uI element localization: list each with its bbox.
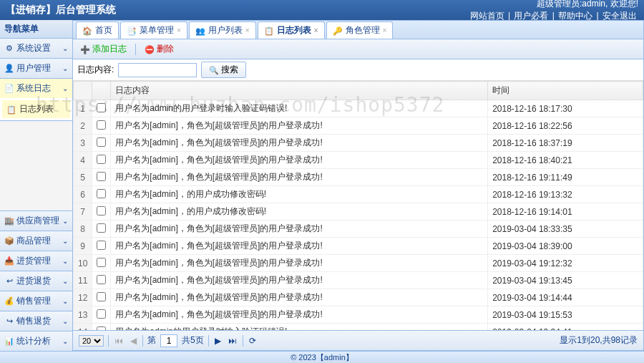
sidebar-item[interactable]: 📥 进货管理⌄ (0, 251, 72, 271)
column-header[interactable] (92, 82, 111, 100)
row-checkbox[interactable] (97, 223, 106, 233)
sidebar-item[interactable]: 💰 销售管理⌄ (0, 291, 72, 311)
tab[interactable]: 🏠首页 (76, 21, 119, 39)
close-icon[interactable]: × (245, 26, 250, 34)
table-row[interactable]: 5用户名为[admin]，角色为[超级管理员]的用户登录成功!2018-12-1… (74, 169, 643, 186)
row-checkbox[interactable] (97, 292, 106, 301)
table-row[interactable]: 2用户名为[admin]，角色为[超级管理员]的用户登录成功!2018-12-1… (74, 117, 643, 135)
cell-time: 2018-12-16 18:22:56 (488, 117, 643, 135)
cell-time: 2019-03-04 19:14:44 (488, 289, 643, 306)
sidebar-item[interactable]: 📄 系统日志⌄ (0, 79, 72, 98)
table-row[interactable]: 11用户名为[admin]，角色为[超级管理员]的用户登录成功!2019-03-… (74, 272, 643, 289)
row-number: 12 (74, 289, 92, 306)
chevron-down-icon: ⌄ (62, 217, 68, 225)
sidebar-item[interactable]: 👤 用户管理⌄ (0, 59, 72, 78)
tab-icon: 🏠 (82, 26, 92, 36)
header-link[interactable]: 帮助中心 (558, 11, 592, 21)
last-page-button[interactable]: ⏭ (227, 336, 238, 346)
menu-icon: 🏬 (4, 216, 14, 226)
page-size-select[interactable]: 20 (79, 335, 104, 347)
row-number: 6 (74, 186, 92, 203)
add-log-button[interactable]: ➕添加日志 (77, 42, 130, 57)
cell-content: 用户名为[admin]，角色为[超级管理员]的用户登录成功! (111, 289, 488, 306)
delete-icon: ⛔ (145, 44, 155, 54)
page-icon: 📋 (6, 105, 16, 115)
sidebar: 导航菜单 ⚙ 系统设置⌄👤 用户管理⌄📄 系统日志⌄📋日志列表 🏬 供应商管理⌄… (0, 20, 73, 351)
cell-time: 2019-03-04 19:15:53 (488, 306, 643, 324)
header-link[interactable]: 网站首页 (470, 11, 504, 21)
table-row[interactable]: 8用户名为[admin]，角色为[超级管理员]的用户登录成功!2019-03-0… (74, 221, 643, 238)
sidebar-item[interactable]: ⚙ 系统设置⌄ (0, 39, 72, 58)
table-row[interactable]: 1用户名为admin的用户登录时输入验证码错误!2018-12-16 18:17… (74, 100, 643, 117)
table-row[interactable]: 6用户名为[admin]，的用户成功修改密码!2018-12-16 19:13:… (74, 186, 643, 203)
close-icon[interactable]: × (177, 26, 181, 34)
column-header[interactable]: 时间 (488, 82, 643, 100)
cell-content: 用户名为[admin]，角色为[超级管理员]的用户登录成功! (111, 306, 488, 324)
cell-content: 用户名为[admin]，角色为[超级管理员]的用户登录成功! (111, 152, 488, 169)
search-bar: 日志内容: 🔍搜索 (73, 59, 643, 81)
table-row[interactable]: 14用户名为admin的用户登录时输入验证码错误!2019-03-04 19:3… (74, 324, 643, 331)
cell-content: 用户名为[admin]，角色为[超级管理员]的用户登录成功! (111, 135, 488, 152)
tab-icon: 🔑 (333, 26, 343, 36)
close-icon[interactable]: × (383, 26, 387, 34)
search-icon: 🔍 (209, 65, 219, 75)
delete-button[interactable]: ⛔删除 (142, 42, 177, 57)
sidebar-item[interactable]: 📊 统计分析⌄ (0, 331, 72, 351)
row-checkbox[interactable] (97, 120, 106, 130)
menu-icon: 📊 (4, 336, 14, 346)
row-checkbox[interactable] (97, 155, 106, 164)
sidebar-item[interactable]: 🏬 供应商管理⌄ (0, 210, 72, 231)
close-icon[interactable]: × (314, 26, 318, 34)
row-checkbox-cell (92, 306, 111, 324)
table-row[interactable]: 4用户名为[admin]，角色为[超级管理员]的用户登录成功!2018-12-1… (74, 152, 643, 169)
chevron-down-icon: ⌄ (62, 44, 68, 52)
sidebar-item[interactable]: 📦 商品管理⌄ (0, 231, 72, 251)
first-page-button[interactable]: ⏮ (113, 336, 125, 346)
table-row[interactable]: 9用户名为[admin]，角色为[超级管理员]的用户登录成功!2019-03-0… (74, 238, 643, 255)
tab[interactable]: 👥用户列表× (189, 21, 256, 39)
header-link[interactable]: 安全退出 (602, 11, 637, 21)
table-row[interactable]: 3用户名为[admin]，角色为[超级管理员]的用户登录成功!2018-12-1… (74, 135, 643, 152)
sidebar-subitem[interactable]: 📋日志列表 (2, 100, 70, 118)
chevron-down-icon: ⌄ (62, 64, 68, 72)
page-input[interactable] (160, 334, 177, 347)
search-button[interactable]: 🔍搜索 (201, 62, 246, 78)
tab[interactable]: 🔑角色管理× (326, 21, 394, 39)
refresh-button[interactable]: ⟳ (248, 336, 258, 346)
cell-time: 2018-12-16 18:17:30 (488, 100, 643, 117)
search-input[interactable] (118, 63, 197, 77)
chevron-down-icon: ⌄ (62, 257, 68, 265)
cell-time: 2018-12-16 19:14:01 (488, 203, 643, 221)
row-number: 7 (74, 203, 92, 221)
column-header[interactable]: 日志内容 (111, 82, 488, 100)
row-checkbox[interactable] (97, 137, 106, 147)
row-checkbox[interactable] (97, 309, 106, 319)
tab[interactable]: 📑菜单管理× (120, 21, 187, 39)
row-checkbox-cell (92, 221, 111, 238)
prev-page-button[interactable]: ◀ (129, 336, 138, 346)
row-checkbox[interactable] (97, 172, 106, 181)
next-page-button[interactable]: ▶ (213, 336, 223, 346)
cell-content: 用户名为admin的用户登录时输入验证码错误! (111, 324, 488, 331)
table-row[interactable]: 12用户名为[admin]，角色为[超级管理员]的用户登录成功!2019-03-… (74, 289, 643, 306)
table-row[interactable]: 7用户名为[admin]，的用户成功修改密码!2018-12-16 19:14:… (74, 203, 643, 221)
row-checkbox[interactable] (97, 189, 106, 198)
row-checkbox[interactable] (97, 258, 106, 267)
row-checkbox[interactable] (97, 241, 106, 250)
row-checkbox[interactable] (97, 275, 106, 284)
cell-content: 用户名为[admin]，角色为[超级管理员]的用户登录成功! (111, 169, 488, 186)
table-row[interactable]: 13用户名为[admin]，角色为[超级管理员]的用户登录成功!2019-03-… (74, 306, 643, 324)
cell-time: 2019-03-04 19:13:45 (488, 272, 643, 289)
table-row[interactable]: 10用户名为[admin]，角色为[超级管理员]的用户登录成功!2019-03-… (74, 255, 643, 272)
tab[interactable]: 📋日志列表× (258, 21, 325, 39)
chevron-down-icon: ⌄ (62, 297, 68, 305)
cell-content: 用户名为[admin]，的用户成功修改密码! (111, 186, 488, 203)
row-checkbox[interactable] (97, 103, 106, 112)
pager: 20 ⏮ ◀ 第 共5页 ▶ ⏭ ⟳ 显示1到20,共98记录 (73, 330, 643, 350)
chevron-down-icon: ⌄ (62, 337, 68, 345)
app-header: 【进销存】后台管理系统 超级管理员:admin, 欢迎您! 网站首页 | 用户必… (0, 0, 644, 20)
header-link[interactable]: 用户必看 (514, 11, 548, 21)
row-checkbox[interactable] (97, 206, 106, 216)
sidebar-item[interactable]: ↪ 销售退货⌄ (0, 311, 72, 331)
sidebar-item[interactable]: ↩ 进货退货⌄ (0, 271, 72, 291)
